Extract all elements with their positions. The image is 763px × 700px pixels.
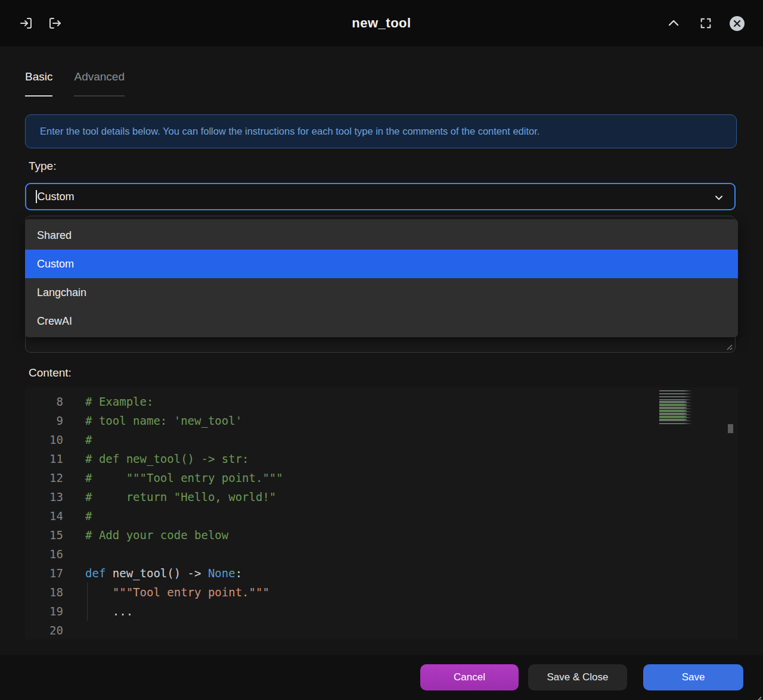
- tab-bar: Basic Advanced: [25, 70, 125, 97]
- tab-advanced[interactable]: Advanced: [74, 70, 125, 97]
- titlebar: new_tool: [0, 0, 763, 46]
- code-line: 10#: [25, 430, 738, 449]
- line-number: 9: [25, 411, 63, 430]
- code-line: 20: [25, 621, 738, 639]
- code-line: 19 ...: [25, 602, 738, 621]
- chevron-up-icon[interactable]: [665, 15, 682, 32]
- dropdown-option-langchain[interactable]: Langchain: [25, 278, 738, 307]
- type-dropdown: SharedCustomLangchainCrewAI: [25, 219, 738, 337]
- type-select-value: Custom: [38, 191, 75, 203]
- save-button[interactable]: Save: [643, 664, 743, 690]
- minimap[interactable]: [659, 390, 694, 425]
- footer: Cancel Save & Close Save: [0, 655, 763, 700]
- line-number: 8: [25, 392, 63, 411]
- type-select[interactable]: Custom: [25, 183, 736, 210]
- cancel-button[interactable]: Cancel: [420, 664, 519, 690]
- code-lines: 8# Example:9# tool name: 'new_tool'10#11…: [25, 392, 738, 639]
- chevron-down-icon: [713, 192, 725, 207]
- line-number: 20: [25, 621, 63, 639]
- indent-guide: [87, 583, 88, 621]
- line-number: 10: [25, 430, 63, 449]
- line-number: 11: [25, 449, 63, 468]
- code-line: 8# Example:: [25, 392, 738, 411]
- tab-basic[interactable]: Basic: [25, 70, 52, 97]
- code-line: 15# Add your code below: [25, 525, 738, 545]
- dropdown-option-shared[interactable]: Shared: [25, 221, 738, 250]
- line-number: 17: [25, 564, 63, 583]
- code-line: 17def new_tool() -> None:: [25, 564, 738, 583]
- info-banner-text: Enter the tool details below. You can fo…: [40, 126, 539, 137]
- save-and-close-button[interactable]: Save & Close: [528, 664, 627, 690]
- line-number: 14: [25, 506, 63, 525]
- fullscreen-icon[interactable]: [697, 15, 714, 32]
- dropdown-option-crewai[interactable]: CrewAI: [25, 307, 738, 335]
- text-cursor: [36, 190, 37, 203]
- content-label: Content:: [29, 366, 72, 379]
- window-title: new_tool: [0, 0, 763, 46]
- tool-editor-window: new_tool Basic Advanced Enter the tool d…: [0, 0, 763, 700]
- line-number: 12: [25, 468, 63, 487]
- close-icon[interactable]: [728, 15, 745, 32]
- dropdown-option-custom[interactable]: Custom: [25, 250, 738, 278]
- info-banner: Enter the tool details below. You can fo…: [25, 114, 737, 148]
- editor-scrollbar-thumb[interactable]: [728, 424, 733, 433]
- line-number: 18: [25, 583, 63, 602]
- code-editor[interactable]: 8# Example:9# tool name: 'new_tool'10#11…: [25, 387, 738, 639]
- line-number: 15: [25, 525, 63, 545]
- window-resize-grip[interactable]: [756, 693, 762, 699]
- line-number: 13: [25, 487, 63, 506]
- code-line: 9# tool name: 'new_tool': [25, 411, 738, 430]
- code-line: 16: [25, 545, 738, 564]
- code-line: 14#: [25, 506, 738, 525]
- textarea-resize-grip[interactable]: [724, 342, 733, 350]
- line-number: 19: [25, 602, 63, 621]
- code-line: 18 """Tool entry point.""": [25, 583, 738, 602]
- code-line: 12# """Tool entry point.""": [25, 468, 738, 487]
- line-number: 16: [25, 545, 63, 564]
- type-label: Type:: [29, 160, 56, 173]
- code-line: 11# def new_tool() -> str:: [25, 449, 738, 468]
- code-line: 13# return "Hello, world!": [25, 487, 738, 506]
